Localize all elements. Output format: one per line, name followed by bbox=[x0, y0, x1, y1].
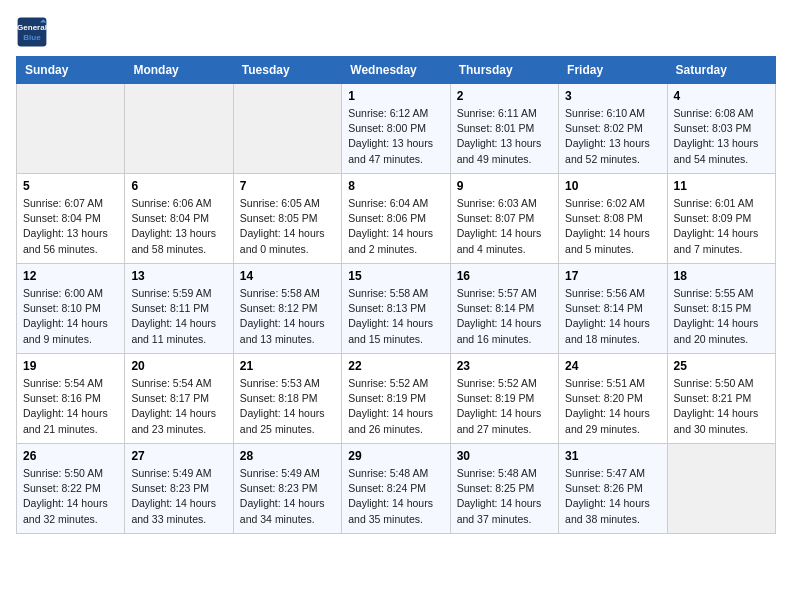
calendar-cell: 27Sunrise: 5:49 AMSunset: 8:23 PMDayligh… bbox=[125, 444, 233, 534]
day-info: Sunrise: 5:50 AMSunset: 8:22 PMDaylight:… bbox=[23, 466, 118, 527]
calendar-cell: 8Sunrise: 6:04 AMSunset: 8:06 PMDaylight… bbox=[342, 174, 450, 264]
day-info: Sunrise: 6:02 AMSunset: 8:08 PMDaylight:… bbox=[565, 196, 660, 257]
calendar-cell bbox=[125, 84, 233, 174]
day-number: 21 bbox=[240, 359, 335, 373]
week-row-1: 1Sunrise: 6:12 AMSunset: 8:00 PMDaylight… bbox=[17, 84, 776, 174]
calendar-cell: 13Sunrise: 5:59 AMSunset: 8:11 PMDayligh… bbox=[125, 264, 233, 354]
day-info: Sunrise: 6:12 AMSunset: 8:00 PMDaylight:… bbox=[348, 106, 443, 167]
day-number: 30 bbox=[457, 449, 552, 463]
header-tuesday: Tuesday bbox=[233, 57, 341, 84]
day-number: 10 bbox=[565, 179, 660, 193]
calendar-table: SundayMondayTuesdayWednesdayThursdayFrid… bbox=[16, 56, 776, 534]
day-number: 31 bbox=[565, 449, 660, 463]
day-number: 25 bbox=[674, 359, 769, 373]
calendar-cell: 5Sunrise: 6:07 AMSunset: 8:04 PMDaylight… bbox=[17, 174, 125, 264]
day-number: 19 bbox=[23, 359, 118, 373]
day-info: Sunrise: 5:52 AMSunset: 8:19 PMDaylight:… bbox=[457, 376, 552, 437]
day-info: Sunrise: 5:49 AMSunset: 8:23 PMDaylight:… bbox=[131, 466, 226, 527]
day-number: 15 bbox=[348, 269, 443, 283]
day-number: 29 bbox=[348, 449, 443, 463]
calendar-cell: 25Sunrise: 5:50 AMSunset: 8:21 PMDayligh… bbox=[667, 354, 775, 444]
day-number: 16 bbox=[457, 269, 552, 283]
calendar-cell: 31Sunrise: 5:47 AMSunset: 8:26 PMDayligh… bbox=[559, 444, 667, 534]
day-number: 22 bbox=[348, 359, 443, 373]
logo: General Blue bbox=[16, 16, 52, 48]
day-info: Sunrise: 6:04 AMSunset: 8:06 PMDaylight:… bbox=[348, 196, 443, 257]
svg-text:General: General bbox=[17, 23, 47, 32]
day-number: 23 bbox=[457, 359, 552, 373]
day-info: Sunrise: 5:52 AMSunset: 8:19 PMDaylight:… bbox=[348, 376, 443, 437]
calendar-cell: 9Sunrise: 6:03 AMSunset: 8:07 PMDaylight… bbox=[450, 174, 558, 264]
day-info: Sunrise: 6:03 AMSunset: 8:07 PMDaylight:… bbox=[457, 196, 552, 257]
calendar-cell: 18Sunrise: 5:55 AMSunset: 8:15 PMDayligh… bbox=[667, 264, 775, 354]
header-thursday: Thursday bbox=[450, 57, 558, 84]
day-number: 14 bbox=[240, 269, 335, 283]
day-info: Sunrise: 5:48 AMSunset: 8:25 PMDaylight:… bbox=[457, 466, 552, 527]
day-number: 1 bbox=[348, 89, 443, 103]
day-number: 13 bbox=[131, 269, 226, 283]
calendar-cell: 4Sunrise: 6:08 AMSunset: 8:03 PMDaylight… bbox=[667, 84, 775, 174]
day-number: 18 bbox=[674, 269, 769, 283]
calendar-cell: 16Sunrise: 5:57 AMSunset: 8:14 PMDayligh… bbox=[450, 264, 558, 354]
calendar-cell: 17Sunrise: 5:56 AMSunset: 8:14 PMDayligh… bbox=[559, 264, 667, 354]
calendar-cell: 29Sunrise: 5:48 AMSunset: 8:24 PMDayligh… bbox=[342, 444, 450, 534]
calendar-cell: 24Sunrise: 5:51 AMSunset: 8:20 PMDayligh… bbox=[559, 354, 667, 444]
calendar-cell bbox=[233, 84, 341, 174]
calendar-cell bbox=[667, 444, 775, 534]
day-info: Sunrise: 5:59 AMSunset: 8:11 PMDaylight:… bbox=[131, 286, 226, 347]
day-info: Sunrise: 5:57 AMSunset: 8:14 PMDaylight:… bbox=[457, 286, 552, 347]
day-number: 12 bbox=[23, 269, 118, 283]
calendar-cell: 19Sunrise: 5:54 AMSunset: 8:16 PMDayligh… bbox=[17, 354, 125, 444]
day-number: 6 bbox=[131, 179, 226, 193]
header-monday: Monday bbox=[125, 57, 233, 84]
calendar-cell: 30Sunrise: 5:48 AMSunset: 8:25 PMDayligh… bbox=[450, 444, 558, 534]
day-number: 5 bbox=[23, 179, 118, 193]
header-saturday: Saturday bbox=[667, 57, 775, 84]
day-number: 11 bbox=[674, 179, 769, 193]
header-row: SundayMondayTuesdayWednesdayThursdayFrid… bbox=[17, 57, 776, 84]
day-info: Sunrise: 5:48 AMSunset: 8:24 PMDaylight:… bbox=[348, 466, 443, 527]
day-info: Sunrise: 5:56 AMSunset: 8:14 PMDaylight:… bbox=[565, 286, 660, 347]
day-info: Sunrise: 5:54 AMSunset: 8:17 PMDaylight:… bbox=[131, 376, 226, 437]
day-info: Sunrise: 5:54 AMSunset: 8:16 PMDaylight:… bbox=[23, 376, 118, 437]
calendar-cell: 22Sunrise: 5:52 AMSunset: 8:19 PMDayligh… bbox=[342, 354, 450, 444]
calendar-cell: 7Sunrise: 6:05 AMSunset: 8:05 PMDaylight… bbox=[233, 174, 341, 264]
calendar-cell: 11Sunrise: 6:01 AMSunset: 8:09 PMDayligh… bbox=[667, 174, 775, 264]
day-info: Sunrise: 6:06 AMSunset: 8:04 PMDaylight:… bbox=[131, 196, 226, 257]
calendar-cell: 23Sunrise: 5:52 AMSunset: 8:19 PMDayligh… bbox=[450, 354, 558, 444]
day-info: Sunrise: 6:08 AMSunset: 8:03 PMDaylight:… bbox=[674, 106, 769, 167]
logo-icon: General Blue bbox=[16, 16, 48, 48]
calendar-cell: 21Sunrise: 5:53 AMSunset: 8:18 PMDayligh… bbox=[233, 354, 341, 444]
week-row-2: 5Sunrise: 6:07 AMSunset: 8:04 PMDaylight… bbox=[17, 174, 776, 264]
day-number: 26 bbox=[23, 449, 118, 463]
calendar-cell: 3Sunrise: 6:10 AMSunset: 8:02 PMDaylight… bbox=[559, 84, 667, 174]
header-wednesday: Wednesday bbox=[342, 57, 450, 84]
week-row-5: 26Sunrise: 5:50 AMSunset: 8:22 PMDayligh… bbox=[17, 444, 776, 534]
header-sunday: Sunday bbox=[17, 57, 125, 84]
day-number: 9 bbox=[457, 179, 552, 193]
day-number: 8 bbox=[348, 179, 443, 193]
day-info: Sunrise: 5:47 AMSunset: 8:26 PMDaylight:… bbox=[565, 466, 660, 527]
calendar-cell: 10Sunrise: 6:02 AMSunset: 8:08 PMDayligh… bbox=[559, 174, 667, 264]
day-info: Sunrise: 6:00 AMSunset: 8:10 PMDaylight:… bbox=[23, 286, 118, 347]
calendar-cell: 28Sunrise: 5:49 AMSunset: 8:23 PMDayligh… bbox=[233, 444, 341, 534]
page-header: General Blue bbox=[16, 16, 776, 48]
day-info: Sunrise: 6:01 AMSunset: 8:09 PMDaylight:… bbox=[674, 196, 769, 257]
day-number: 7 bbox=[240, 179, 335, 193]
day-info: Sunrise: 6:10 AMSunset: 8:02 PMDaylight:… bbox=[565, 106, 660, 167]
day-number: 27 bbox=[131, 449, 226, 463]
day-info: Sunrise: 5:50 AMSunset: 8:21 PMDaylight:… bbox=[674, 376, 769, 437]
day-info: Sunrise: 5:58 AMSunset: 8:12 PMDaylight:… bbox=[240, 286, 335, 347]
week-row-4: 19Sunrise: 5:54 AMSunset: 8:16 PMDayligh… bbox=[17, 354, 776, 444]
calendar-cell: 15Sunrise: 5:58 AMSunset: 8:13 PMDayligh… bbox=[342, 264, 450, 354]
calendar-cell: 20Sunrise: 5:54 AMSunset: 8:17 PMDayligh… bbox=[125, 354, 233, 444]
day-info: Sunrise: 5:51 AMSunset: 8:20 PMDaylight:… bbox=[565, 376, 660, 437]
day-info: Sunrise: 5:55 AMSunset: 8:15 PMDaylight:… bbox=[674, 286, 769, 347]
day-number: 20 bbox=[131, 359, 226, 373]
day-info: Sunrise: 6:11 AMSunset: 8:01 PMDaylight:… bbox=[457, 106, 552, 167]
day-number: 17 bbox=[565, 269, 660, 283]
day-number: 24 bbox=[565, 359, 660, 373]
calendar-cell: 6Sunrise: 6:06 AMSunset: 8:04 PMDaylight… bbox=[125, 174, 233, 264]
day-info: Sunrise: 5:49 AMSunset: 8:23 PMDaylight:… bbox=[240, 466, 335, 527]
week-row-3: 12Sunrise: 6:00 AMSunset: 8:10 PMDayligh… bbox=[17, 264, 776, 354]
